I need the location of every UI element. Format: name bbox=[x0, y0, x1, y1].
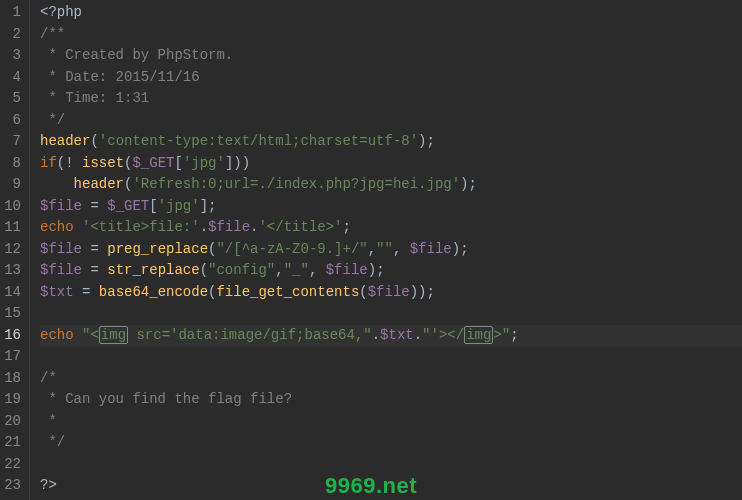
code-token: $txt bbox=[40, 284, 74, 300]
code-token: */ bbox=[40, 112, 65, 128]
code-line[interactable]: $file = $_GET['jpg']; bbox=[40, 196, 742, 218]
code-token: , bbox=[309, 262, 326, 278]
code-token: ; bbox=[342, 219, 350, 235]
code-line[interactable]: * Date: 2015/11/16 bbox=[40, 67, 742, 89]
code-token: * Created by PhpStorm. bbox=[40, 47, 233, 63]
code-editor[interactable]: 1234567891011121314151617181920212223 <?… bbox=[0, 0, 742, 500]
line-number: 4 bbox=[4, 67, 21, 89]
code-token: $file bbox=[40, 262, 82, 278]
code-token: . bbox=[372, 327, 380, 343]
code-token: )); bbox=[410, 284, 435, 300]
code-token: ); bbox=[368, 262, 385, 278]
code-token: ); bbox=[460, 176, 477, 192]
line-number: 18 bbox=[4, 368, 21, 390]
code-token bbox=[40, 176, 74, 192]
code-token: $_GET bbox=[107, 198, 149, 214]
code-token: = bbox=[82, 198, 107, 214]
code-token: = bbox=[82, 262, 107, 278]
code-token: $file bbox=[326, 262, 368, 278]
code-token: , bbox=[275, 262, 283, 278]
code-token: ( bbox=[90, 133, 98, 149]
code-token: file_get_contents bbox=[216, 284, 359, 300]
code-line[interactable]: */ bbox=[40, 110, 742, 132]
line-number: 3 bbox=[4, 45, 21, 67]
code-token: ); bbox=[452, 241, 469, 257]
line-number: 10 bbox=[4, 196, 21, 218]
code-line[interactable]: /** bbox=[40, 24, 742, 46]
code-line[interactable]: header('Refresh:0;url=./index.php?jpg=he… bbox=[40, 174, 742, 196]
code-line[interactable]: <?php bbox=[40, 2, 742, 24]
code-token: * Can you find the flag file? bbox=[40, 391, 292, 407]
code-token: , bbox=[368, 241, 376, 257]
code-token: base64_encode bbox=[99, 284, 208, 300]
code-token: [ bbox=[174, 155, 182, 171]
line-number: 12 bbox=[4, 239, 21, 261]
code-line[interactable]: /* bbox=[40, 368, 742, 390]
line-number: 16 bbox=[4, 325, 21, 347]
code-token: $txt bbox=[380, 327, 414, 343]
code-line[interactable]: echo '<title>file:'.$file.'</title>'; bbox=[40, 217, 742, 239]
code-line[interactable]: if(! isset($_GET['jpg'])) bbox=[40, 153, 742, 175]
code-token: ; bbox=[510, 327, 518, 343]
code-token: 'jpg' bbox=[158, 198, 200, 214]
code-token: "_" bbox=[284, 262, 309, 278]
line-number: 2 bbox=[4, 24, 21, 46]
code-token: '</title>' bbox=[258, 219, 342, 235]
code-token: img bbox=[99, 326, 128, 344]
code-line[interactable] bbox=[40, 346, 742, 368]
code-token: /** bbox=[40, 26, 65, 42]
code-line[interactable]: $file = preg_replace("/[^a-zA-Z0-9.]+/",… bbox=[40, 239, 742, 261]
code-line[interactable] bbox=[40, 303, 742, 325]
code-line[interactable]: echo "<img src='data:image/gif;base64,".… bbox=[40, 325, 742, 347]
code-token: * Date: 2015/11/16 bbox=[40, 69, 200, 85]
code-line[interactable] bbox=[40, 454, 742, 476]
line-number: 17 bbox=[4, 346, 21, 368]
code-line[interactable]: * Created by PhpStorm. bbox=[40, 45, 742, 67]
line-number: 20 bbox=[4, 411, 21, 433]
code-token: ( bbox=[359, 284, 367, 300]
code-token: = bbox=[74, 284, 99, 300]
code-line[interactable]: */ bbox=[40, 432, 742, 454]
code-line[interactable]: * Can you find the flag file? bbox=[40, 389, 742, 411]
code-token: header bbox=[40, 133, 90, 149]
code-token: "" bbox=[376, 241, 393, 257]
code-token: preg_replace bbox=[107, 241, 208, 257]
code-token: ); bbox=[418, 133, 435, 149]
line-number: 8 bbox=[4, 153, 21, 175]
code-token: $file bbox=[208, 219, 250, 235]
line-number-gutter: 1234567891011121314151617181920212223 bbox=[0, 0, 30, 500]
code-token: (! bbox=[57, 155, 82, 171]
line-number: 23 bbox=[4, 475, 21, 497]
line-number: 14 bbox=[4, 282, 21, 304]
code-token: 'content-type:text/html;charset=utf-8' bbox=[99, 133, 418, 149]
code-token: $_GET bbox=[132, 155, 174, 171]
code-content[interactable]: <?php/** * Created by PhpStorm. * Date: … bbox=[30, 0, 742, 500]
code-token: , bbox=[393, 241, 410, 257]
code-token: */ bbox=[40, 434, 65, 450]
code-line[interactable]: header('content-type:text/html;charset=u… bbox=[40, 131, 742, 153]
code-token: * bbox=[40, 413, 57, 429]
line-number: 13 bbox=[4, 260, 21, 282]
code-token: ( bbox=[200, 262, 208, 278]
code-token: $file bbox=[410, 241, 452, 257]
line-number: 9 bbox=[4, 174, 21, 196]
code-token: <?php bbox=[40, 4, 82, 20]
code-line[interactable]: $file = str_replace("config","_", $file)… bbox=[40, 260, 742, 282]
code-token: . bbox=[414, 327, 422, 343]
code-token: "/[^a-zA-Z0-9.]+/" bbox=[216, 241, 367, 257]
line-number: 1 bbox=[4, 2, 21, 24]
code-token: ?> bbox=[40, 477, 57, 493]
code-line[interactable]: $txt = base64_encode(file_get_contents($… bbox=[40, 282, 742, 304]
code-token: [ bbox=[149, 198, 157, 214]
code-token: "config" bbox=[208, 262, 275, 278]
line-number: 7 bbox=[4, 131, 21, 153]
code-token bbox=[74, 219, 82, 235]
code-token: ]; bbox=[200, 198, 217, 214]
line-number: 15 bbox=[4, 303, 21, 325]
code-token: echo bbox=[40, 327, 74, 343]
code-line[interactable]: * Time: 1:31 bbox=[40, 88, 742, 110]
code-line[interactable]: * bbox=[40, 411, 742, 433]
code-token: '<title>file:' bbox=[82, 219, 200, 235]
code-token: 'jpg' bbox=[183, 155, 225, 171]
code-line[interactable]: ?> bbox=[40, 475, 742, 497]
